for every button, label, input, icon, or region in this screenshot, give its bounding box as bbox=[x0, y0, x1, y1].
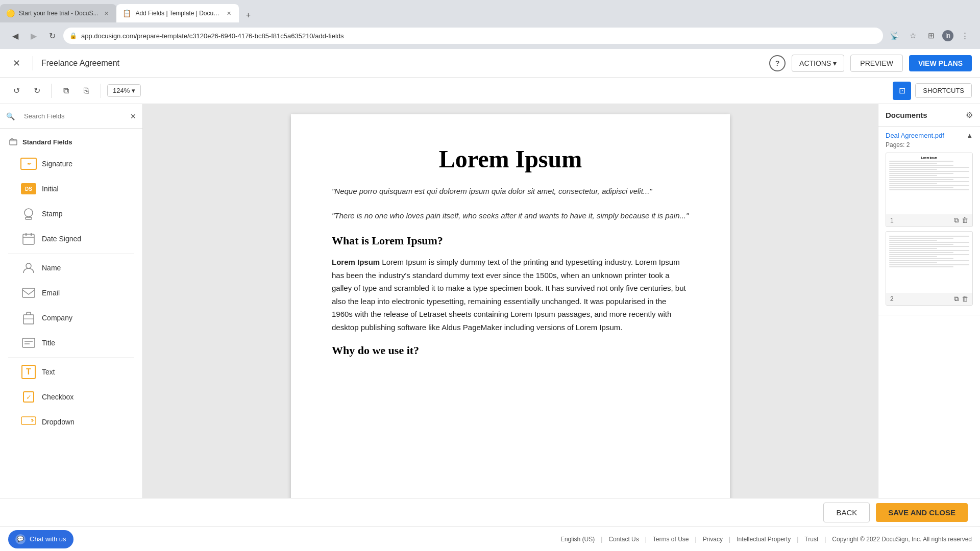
profile-button[interactable]: In bbox=[942, 30, 953, 41]
panel-settings-icon[interactable]: ⚙ bbox=[966, 110, 973, 120]
help-button[interactable]: ? bbox=[769, 55, 786, 71]
footer-sep-1: | bbox=[601, 536, 602, 543]
close-button[interactable]: ✕ bbox=[8, 55, 24, 71]
back-button[interactable]: ◀ bbox=[8, 29, 22, 43]
doc-quote2: "There is no one who loves pain itself, … bbox=[332, 210, 689, 222]
field-item-text[interactable]: T Text bbox=[4, 360, 138, 384]
dropdown-icon bbox=[20, 414, 37, 430]
undo-button[interactable]: ↺ bbox=[8, 83, 24, 99]
standard-fields-header: Standard Fields bbox=[0, 133, 142, 151]
footer: 💬 Chat with us English (US) | Contact Us… bbox=[0, 527, 980, 551]
cast-button[interactable]: 📡 bbox=[887, 29, 901, 43]
tab-active[interactable]: 📋 Add Fields | Template | DocuSign ✕ bbox=[116, 4, 239, 22]
svg-point-8 bbox=[26, 263, 31, 268]
footer-sep-5: | bbox=[797, 536, 798, 543]
redo-button[interactable]: ↻ bbox=[29, 83, 45, 99]
chat-us-button[interactable]: 💬 Chat with us bbox=[8, 530, 74, 548]
svg-rect-15 bbox=[21, 417, 36, 424]
forward-button[interactable]: ▶ bbox=[27, 29, 41, 43]
chat-label: Chat with us bbox=[30, 535, 66, 543]
search-clear-button[interactable]: ✕ bbox=[130, 112, 136, 120]
right-panel-header: Documents ⚙ bbox=[878, 104, 980, 127]
actions-label: ACTIONS bbox=[799, 59, 831, 67]
bookmark-button[interactable]: ☆ bbox=[905, 29, 920, 43]
field-item-signature[interactable]: ✒ Signature bbox=[4, 152, 138, 176]
sidebar-search-bar: 🔍 ✕ bbox=[0, 104, 142, 129]
new-tab-button[interactable]: + bbox=[241, 8, 255, 22]
left-sidebar: 🔍 ✕ Standard Fields ✒ Si bbox=[0, 104, 143, 527]
tab2-close[interactable]: ✕ bbox=[225, 9, 233, 17]
lock-icon: 🔒 bbox=[69, 32, 77, 39]
email-label: Email bbox=[42, 289, 60, 297]
page2-delete-button[interactable]: 🗑 bbox=[962, 295, 968, 303]
tab2-favicon: 📋 bbox=[122, 9, 131, 17]
footer-link-contact[interactable]: Contact Us bbox=[608, 536, 639, 543]
doc-section1-title: What is Lorem Ipsum? bbox=[332, 234, 689, 247]
tab2-title: Add Fields | Template | DocuSign bbox=[135, 10, 220, 17]
name-label: Name bbox=[42, 264, 61, 272]
field-item-title[interactable]: Title bbox=[4, 331, 138, 355]
menu-button[interactable]: ⋮ bbox=[958, 29, 972, 43]
view-mode-button[interactable]: ⊡ bbox=[893, 82, 911, 100]
field-item-checkbox[interactable]: ✓ Checkbox bbox=[4, 385, 138, 409]
expand-icon[interactable]: ▲ bbox=[966, 132, 973, 139]
title-label: Title bbox=[42, 339, 55, 347]
field-item-name[interactable]: Name bbox=[4, 256, 138, 280]
text-label: Text bbox=[42, 368, 55, 376]
svg-rect-12 bbox=[22, 338, 35, 347]
save-close-button[interactable]: SAVE AND CLOSE bbox=[876, 503, 968, 522]
address-bar[interactable]: 🔒 app.docusign.com/prepare-template/c312… bbox=[63, 28, 883, 44]
section-title-label: Standard Fields bbox=[22, 138, 72, 146]
page2-footer: 2 ⧉ 🗑 bbox=[886, 293, 972, 305]
doc-scroll-area[interactable]: Lorem Ipsum "Neque porro quisquam est qu… bbox=[143, 104, 878, 527]
zoom-value: 124% bbox=[113, 87, 130, 94]
svg-rect-2 bbox=[26, 217, 32, 219]
field-divider-2 bbox=[8, 357, 134, 358]
company-label: Company bbox=[42, 314, 72, 322]
footer-link-intellectual[interactable]: Intellectual Property bbox=[737, 536, 791, 543]
footer-link-trust[interactable]: Trust bbox=[804, 536, 818, 543]
panel-title: Documents bbox=[886, 111, 927, 119]
field-item-initial[interactable]: DS Initial bbox=[4, 177, 138, 201]
page1-delete-button[interactable]: 🗑 bbox=[962, 216, 968, 224]
footer-link-english[interactable]: English (US) bbox=[560, 536, 595, 543]
field-item-email[interactable]: Email bbox=[4, 281, 138, 305]
initial-icon: DS bbox=[20, 181, 37, 197]
toolbar-divider-1 bbox=[51, 84, 52, 98]
app-title: Freelance Agreement bbox=[41, 59, 763, 68]
shortcuts-button[interactable]: SHORTCUTS bbox=[915, 83, 972, 98]
copy-button[interactable]: ⧉ bbox=[58, 83, 74, 99]
page2-number: 2 bbox=[890, 295, 894, 303]
paste-button[interactable]: ⎘ bbox=[78, 83, 94, 99]
document-area: Lorem Ipsum "Neque porro quisquam est qu… bbox=[143, 104, 878, 527]
view-plans-button[interactable]: VIEW PLANS bbox=[909, 55, 972, 71]
preview-button[interactable]: PREVIEW bbox=[850, 55, 903, 72]
page1-copy-button[interactable]: ⧉ bbox=[954, 216, 959, 224]
search-input[interactable] bbox=[19, 109, 126, 123]
footer-link-terms[interactable]: Terms of Use bbox=[653, 536, 689, 543]
field-divider-1 bbox=[8, 253, 134, 254]
doc-item-name[interactable]: Deal Agreement.pdf bbox=[886, 132, 944, 139]
field-item-company[interactable]: Company bbox=[4, 306, 138, 330]
page2-thumbnail[interactable]: 2 ⧉ 🗑 bbox=[886, 231, 973, 306]
page1-thumbnail[interactable]: Lorem Ipsum bbox=[886, 153, 973, 227]
field-item-stamp[interactable]: Stamp bbox=[4, 202, 138, 226]
field-item-dropdown[interactable]: Dropdown bbox=[4, 410, 138, 434]
doc-body1: Lorem Ipsum Lorem Ipsum is simply dummy … bbox=[332, 256, 689, 334]
back-button[interactable]: BACK bbox=[823, 503, 870, 522]
page1-thumb-content: Lorem Ipsum bbox=[886, 153, 972, 214]
zoom-control[interactable]: 124% ▾ bbox=[107, 84, 141, 97]
actions-button[interactable]: ACTIONS ▾ bbox=[792, 55, 844, 72]
sidebar-toggle[interactable]: ⊞ bbox=[924, 29, 938, 43]
page2-copy-button[interactable]: ⧉ bbox=[954, 295, 959, 303]
reload-button[interactable]: ↻ bbox=[45, 29, 59, 43]
bottom-action-bar: BACK SAVE AND CLOSE bbox=[0, 498, 980, 527]
tab1-close[interactable]: ✕ bbox=[102, 9, 110, 17]
field-item-date-signed[interactable]: Date Signed bbox=[4, 227, 138, 251]
title-icon bbox=[20, 335, 37, 351]
actions-chevron: ▾ bbox=[833, 59, 837, 67]
browser-chrome: 🟡 Start your free trial - DocuS... ✕ 📋 A… bbox=[0, 0, 980, 49]
tab-inactive[interactable]: 🟡 Start your free trial - DocuS... ✕ bbox=[0, 4, 116, 22]
right-panel: Documents ⚙ Deal Agreement.pdf ▲ Pages: … bbox=[878, 104, 980, 527]
footer-link-privacy[interactable]: Privacy bbox=[703, 536, 723, 543]
